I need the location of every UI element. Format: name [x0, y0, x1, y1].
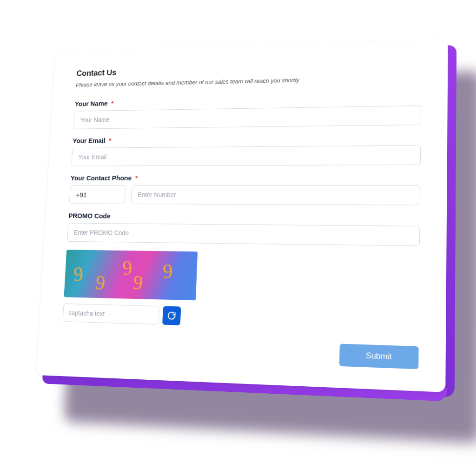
- captcha-input-row: [63, 304, 419, 332]
- contact-card-3d: Contact Us Please leave us your contact …: [36, 40, 448, 392]
- promo-input[interactable]: [67, 223, 420, 246]
- name-label-text: Your Name: [75, 99, 108, 107]
- promo-field: PROMO Code: [67, 212, 420, 246]
- contact-form-card: Contact Us Please leave us your contact …: [36, 40, 448, 392]
- required-asterisk: *: [109, 137, 112, 144]
- phone-country-code-input[interactable]: [69, 185, 126, 204]
- submit-button[interactable]: Submit: [339, 344, 419, 369]
- captcha-input[interactable]: [63, 304, 160, 325]
- email-field: Your Email *: [71, 133, 421, 166]
- phone-label-text: Your Contact Phone: [71, 174, 132, 181]
